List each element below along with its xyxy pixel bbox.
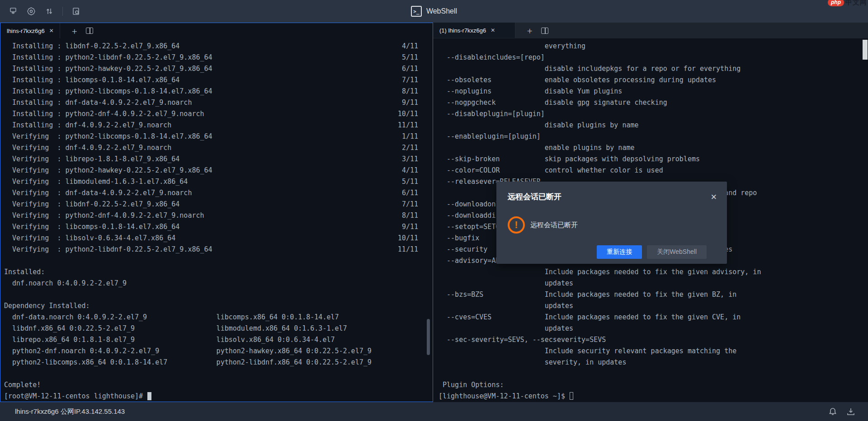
terminal-line: Verifying : python2-libcomps-0.1.8-14.el…: [4, 131, 433, 142]
webshell-title: >_ WebShell: [0, 0, 868, 23]
terminal-line: --cves=CVES Include packages needed to f…: [439, 311, 868, 323]
download-icon[interactable]: [846, 407, 855, 416]
tab-lhins-r7kxz6g6[interactable]: lhins-r7kxz6g6 ✕: [0, 23, 60, 38]
terminal-line: Verifying : dnf-4.0.9.2-2.el7_9.noarch2/…: [4, 142, 433, 153]
clean-screen-icon[interactable]: [8, 6, 18, 16]
terminal-line: Installing : libdnf-0.22.5-2.el7_9.x86_6…: [4, 40, 433, 51]
status-bar: lhins-r7kxz6g6 公网IP.43.142.55.143: [0, 402, 868, 421]
terminal-line: Verifying : libdnf-0.22.5-2.el7_9.x86_64…: [4, 198, 433, 210]
terminal-line: enable plugins by name: [439, 142, 868, 153]
terminal-line: Installing : dnf-4.0.9.2-2.el7_9.noarch1…: [4, 119, 433, 131]
warning-icon: !: [508, 216, 525, 234]
php-cn-logo: php 中文网: [828, 0, 867, 7]
terminal-line: librepo.x86_64 0:1.8.1-8.el7_9 libsolv.x…: [4, 334, 433, 345]
terminal-line: Installing : dnf-data-4.0.9.2-2.el7_9.no…: [4, 97, 433, 108]
left-terminal[interactable]: Installing : libdnf-0.22.5-2.el7_9.x86_6…: [0, 38, 433, 402]
tab-close-icon[interactable]: ✕: [491, 27, 495, 33]
terminal-line: --color=COLOR control whether color is u…: [439, 164, 868, 176]
instance-info: lhins-r7kxz6g6 公网IP.43.142.55.143: [15, 407, 125, 416]
terminal-line: Dependency Installed:: [4, 300, 433, 311]
terminal-line: updates: [439, 277, 868, 289]
new-tab-button[interactable]: ＋: [525, 26, 534, 35]
terminal-line: Verifying : dnf-data-4.0.9.2-2.el7_9.noa…: [4, 187, 433, 198]
progress-counter: 2/11: [402, 144, 433, 152]
left-tab-strip: lhins-r7kxz6g6 ✕ ＋: [0, 23, 433, 38]
header-divider: [62, 7, 63, 16]
terminal-line: Include security relevant packages match…: [439, 345, 868, 356]
settings-icon[interactable]: [26, 6, 36, 16]
php-logo-text: 中文网: [845, 0, 867, 7]
terminal-line: Verifying : librepo-1.8.1-8.el7_9.x86_64…: [4, 153, 433, 164]
terminal-line: Plugin Options:: [439, 379, 868, 390]
close-webshell-button[interactable]: 关闭WebShell: [647, 245, 707, 259]
progress-counter: 10/11: [398, 110, 433, 118]
progress-counter: 8/11: [402, 87, 433, 95]
terminal-line: --bzs=BZS Include packages needed to fix…: [439, 289, 868, 300]
php-logo-badge: php: [828, 0, 844, 6]
right-tab-strip: (1) lhins-r7kxz6g6 ✕ ＋: [433, 23, 868, 38]
terminal-line: Installed:: [4, 266, 433, 277]
terminal-line: --enableplugin=[plugin]: [439, 131, 868, 142]
terminal-line: everything: [439, 40, 868, 51]
terminal-line: --nogpgcheck disable gpg signature check…: [439, 97, 868, 108]
dialog-close-icon[interactable]: ✕: [711, 192, 717, 202]
progress-counter: 11/11: [398, 121, 433, 129]
terminal-line: Verifying : python2-hawkey-0.22.5-2.el7_…: [4, 164, 433, 176]
terminal-line: severity, in updates: [439, 356, 868, 368]
progress-counter: 11/11: [398, 245, 433, 253]
tab-close-icon[interactable]: ✕: [49, 28, 54, 34]
right-terminal-scrollbar-thumb[interactable]: [863, 40, 868, 60]
progress-counter: 4/11: [402, 42, 433, 50]
sort-arrows-icon[interactable]: [44, 6, 54, 16]
terminal-line: libdnf.x86_64 0:0.22.5-2.el7_9 libmodule…: [4, 323, 433, 334]
terminal-line: --disableincludes=[repo]: [439, 51, 868, 63]
terminal-line: disable includepkgs for a repo or for ev…: [439, 63, 868, 74]
terminal-cursor: [147, 392, 151, 400]
progress-counter: 8/11: [402, 211, 433, 220]
terminal-line: --disableplugin=[plugin]: [439, 108, 868, 119]
terminal-icon: >_: [411, 6, 422, 17]
terminal-line: Verifying : python2-libdnf-0.22.5-2.el7_…: [4, 243, 433, 255]
terminal-line: --noplugins disable Yum plugins: [439, 85, 868, 97]
terminal-line: [4, 255, 433, 266]
tab-label: (1) lhins-r7kxz6g6: [439, 27, 486, 34]
progress-counter: 9/11: [402, 223, 433, 231]
progress-counter: 3/11: [402, 155, 433, 163]
terminal-line: --sec-severity=SEVS, --secseverity=SEVS: [439, 334, 868, 345]
terminal-line: Verifying : libsolv-0.6.34-4.el7.x86_641…: [4, 232, 433, 243]
new-tab-button[interactable]: ＋: [70, 27, 79, 35]
session-disconnected-dialog: 远程会话已断开 ✕ ! 远程会话已断开 重新连接 关闭WebShell: [496, 182, 727, 264]
terminal-line: [439, 368, 868, 379]
terminal-line: Installing : python2-dnf-4.0.9.2-2.el7_9…: [4, 108, 433, 119]
left-terminal-scrollbar-thumb[interactable]: [427, 319, 430, 355]
reconnect-button[interactable]: 重新连接: [597, 245, 642, 259]
progress-counter: 5/11: [402, 53, 433, 61]
terminal-line: Installing : python2-libcomps-0.1.8-14.e…: [4, 85, 433, 97]
terminal-line: Installing : libcomps-0.1.8-14.el7.x86_6…: [4, 74, 433, 85]
terminal-line: Include packages needed to fix the given…: [439, 266, 868, 277]
terminal-line: updates: [439, 300, 868, 311]
file-search-icon[interactable]: [71, 6, 81, 16]
terminal-line: [lighthouse@VM-12-11-centos ~]$: [439, 390, 868, 402]
terminal-line: Verifying : libmodulemd-1.6.3-1.el7.x86_…: [4, 176, 433, 187]
tab-1-lhins-r7kxz6g6[interactable]: (1) lhins-r7kxz6g6 ✕: [433, 23, 515, 38]
terminal-line: python2-dnf.noarch 0:4.0.9.2-2.el7_9 pyt…: [4, 345, 433, 356]
terminal-line: dnf.noarch 0:4.0.9.2-2.el7_9: [4, 277, 433, 289]
split-pane-button[interactable]: [86, 28, 93, 34]
split-pane-button[interactable]: [541, 28, 548, 34]
terminal-line: Installing : python2-hawkey-0.22.5-2.el7…: [4, 63, 433, 74]
terminal-line: python2-libcomps.x86_64 0:0.1.8-14.el7 p…: [4, 356, 433, 368]
progress-counter: 10/11: [398, 234, 433, 242]
terminal-line: Verifying : python2-dnf-4.0.9.2-2.el7_9.…: [4, 210, 433, 221]
terminal-line: dnf-data.noarch 0:4.0.9.2-2.el7_9 libcom…: [4, 311, 433, 323]
progress-counter: 4/11: [402, 166, 433, 174]
progress-counter: 6/11: [402, 189, 433, 197]
terminal-line: [4, 368, 433, 379]
terminal-line: updates: [439, 323, 868, 334]
dialog-title: 远程会话已断开: [508, 192, 561, 202]
progress-counter: 7/11: [402, 200, 433, 208]
notification-bell-icon[interactable]: [828, 407, 837, 416]
terminal-line: [4, 289, 433, 300]
terminal-line: Complete!: [4, 379, 433, 390]
terminal-line: --skip-broken skip packages with depsolv…: [439, 153, 868, 164]
